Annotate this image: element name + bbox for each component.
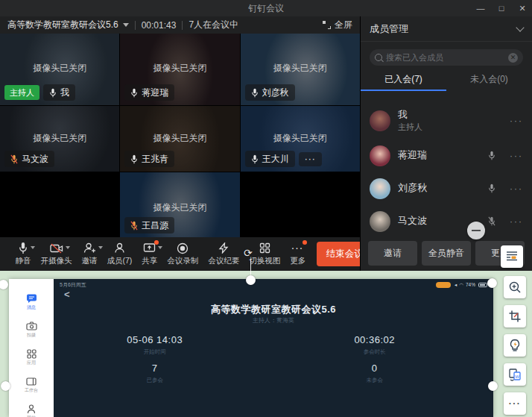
close-icon[interactable]: ✕ bbox=[517, 4, 528, 13]
camera-off-icon bbox=[50, 243, 63, 254]
stat-joined: 7 已参会 bbox=[146, 363, 163, 384]
selection-handle[interactable] bbox=[0, 280, 8, 289]
recording-pill-icon bbox=[436, 282, 451, 288]
member-search-box[interactable]: ✕ bbox=[370, 49, 523, 66]
participant-name-pill: 马文波 bbox=[4, 151, 54, 167]
share-screen-button[interactable]: 共享 bbox=[142, 242, 157, 266]
svg-text:W: W bbox=[515, 374, 519, 379]
mic-icon[interactable] bbox=[488, 151, 495, 160]
camera-icon bbox=[26, 322, 37, 330]
back-arrow[interactable]: < bbox=[64, 289, 70, 300]
workbench-icon bbox=[26, 377, 37, 386]
people-icon bbox=[113, 242, 126, 254]
beautify-tool-button[interactable] bbox=[504, 334, 526, 357]
extract-text-button[interactable] bbox=[501, 245, 523, 268]
captured-window: 消息 拍摄 应用 工作台 我的 5月6日周五 ◂ ◠ 74% bbox=[9, 279, 493, 417]
selection-handle[interactable] bbox=[1, 381, 10, 391]
meeting-toolbar: 静音 开摄像头 邀请 成员(7) 共享 会议录制 bbox=[0, 237, 360, 271]
member-more-icon[interactable]: ··· bbox=[510, 184, 523, 194]
sidebar-item-capture[interactable]: 拍摄 bbox=[25, 321, 37, 339]
convert-doc-button[interactable]: W bbox=[504, 363, 526, 386]
member-row[interactable]: 蒋迎瑞 ··· bbox=[361, 139, 532, 172]
camera-off-label: 摄像头已关闭 bbox=[241, 62, 360, 75]
mic-icon[interactable] bbox=[488, 184, 495, 193]
selection-handle[interactable] bbox=[488, 381, 498, 391]
chevron-down-icon[interactable] bbox=[516, 23, 524, 31]
fullscreen-label[interactable]: 全屏 bbox=[335, 19, 352, 31]
member-row[interactable]: 马文波 ··· bbox=[361, 205, 532, 234]
member-more-icon[interactable]: ··· bbox=[510, 151, 523, 161]
invite-members-button[interactable]: 邀请 bbox=[368, 241, 417, 266]
selection-handle[interactable] bbox=[487, 278, 497, 288]
zoom-tool-button[interactable] bbox=[504, 276, 526, 298]
camera-button[interactable]: 开摄像头 bbox=[41, 242, 72, 266]
caret-down-icon[interactable] bbox=[66, 246, 70, 249]
mic-icon bbox=[18, 242, 28, 254]
minimize-icon[interactable]: — bbox=[475, 4, 486, 13]
sidebar-item-messages[interactable]: 消息 bbox=[25, 293, 37, 311]
search-icon bbox=[375, 54, 382, 61]
empty-cell bbox=[0, 172, 119, 238]
app-title: 钉钉会议 bbox=[248, 2, 284, 15]
empty-cell bbox=[241, 172, 360, 238]
grid-view-icon bbox=[259, 242, 270, 254]
mic-muted-icon[interactable] bbox=[488, 216, 495, 226]
members-button[interactable]: 成员(7) bbox=[107, 242, 133, 266]
record-button[interactable]: 会议录制 bbox=[167, 242, 198, 266]
camera-off-label: 摄像头已关闭 bbox=[120, 132, 239, 145]
video-tile[interactable]: 摄像头已关闭 主持人 我 bbox=[0, 34, 119, 105]
collapse-bubble-button[interactable] bbox=[467, 222, 485, 239]
divider bbox=[182, 21, 183, 30]
video-tile[interactable]: 摄像头已关闭 马文波 bbox=[0, 106, 119, 172]
search-input[interactable] bbox=[386, 53, 504, 62]
tile-more-button[interactable]: ··· bbox=[299, 152, 322, 166]
sidebar-item-workbench[interactable]: 工作台 bbox=[25, 376, 38, 394]
member-more-icon[interactable]: ··· bbox=[510, 216, 523, 227]
stat-not-joined: 0 未参会 bbox=[366, 363, 383, 384]
meeting-info-bar: 高等数学教研室教研会议5.6 00:01:43 7人在会议中 全屏 bbox=[0, 16, 360, 34]
sidebar-item-apps[interactable]: 应用 bbox=[25, 348, 37, 366]
video-tile[interactable]: 摄像头已关闭 王昌源 bbox=[120, 172, 239, 238]
mic-icon bbox=[251, 88, 259, 98]
caret-down-icon[interactable] bbox=[98, 246, 103, 249]
clear-search-icon[interactable]: ✕ bbox=[508, 53, 518, 63]
member-more-icon[interactable]: ··· bbox=[510, 116, 523, 126]
fullscreen-icon[interactable] bbox=[323, 21, 331, 29]
mute-button[interactable]: 静音 bbox=[16, 242, 31, 266]
captured-sidebar: 消息 拍摄 应用 工作台 我的 bbox=[9, 279, 54, 417]
video-tile[interactable]: 摄像头已关闭 王兆青 bbox=[120, 106, 239, 172]
selection-guide-line bbox=[250, 259, 251, 277]
capture-more-button[interactable]: ··· bbox=[504, 392, 526, 415]
mic-icon bbox=[49, 88, 57, 98]
video-tile[interactable]: 摄像头已关闭 王大川 ··· bbox=[241, 106, 360, 172]
tab-not-joined[interactable]: 未入会(0) bbox=[446, 73, 532, 91]
caret-down-icon[interactable] bbox=[158, 246, 162, 249]
member-row[interactable]: 我主持人 ··· bbox=[361, 103, 532, 139]
camera-off-label: 摄像头已关闭 bbox=[120, 62, 239, 75]
member-list[interactable]: 我主持人 ··· 蒋迎瑞 ··· 刘彦秋 ··· 马文波 ··· bbox=[361, 103, 532, 233]
video-tile[interactable]: 摄像头已关闭 刘彦秋 bbox=[241, 34, 360, 105]
tab-joined[interactable]: 已入会(7) bbox=[361, 73, 446, 91]
caret-down-icon[interactable] bbox=[31, 246, 35, 249]
minutes-icon bbox=[218, 242, 229, 254]
member-panel: 成员管理 ✕ 已入会(7) 未入会(0) 我主持人 ··· 蒋迎瑞 ··· bbox=[360, 16, 532, 271]
sidebar-item-me[interactable]: 我的 bbox=[25, 404, 37, 417]
maximize-icon[interactable]: □ bbox=[496, 4, 507, 13]
avatar bbox=[370, 178, 390, 199]
screen-share-icon bbox=[143, 242, 156, 254]
selection-handle[interactable] bbox=[246, 275, 256, 285]
chevron-down-icon[interactable] bbox=[123, 23, 129, 27]
minutes-button[interactable]: 会议纪要 bbox=[208, 242, 239, 266]
divider bbox=[135, 21, 136, 30]
mute-all-button[interactable]: 全员静音 bbox=[422, 241, 471, 266]
crop-tool-button[interactable] bbox=[504, 305, 526, 327]
member-row[interactable]: 刘彦秋 ··· bbox=[361, 172, 532, 205]
status-date: 5月6日周五 bbox=[60, 281, 86, 289]
invite-button[interactable]: 邀请 bbox=[82, 242, 98, 266]
meeting-title[interactable]: 高等数学教研室教研会议5.6 bbox=[7, 19, 118, 31]
captured-host-subtitle: 主持人：黄海英 bbox=[54, 316, 493, 324]
camera-off-label: 摄像头已关闭 bbox=[241, 132, 360, 145]
captured-content: 5月6日周五 ◂ ◠ 74% < 高等数学教研室教研会议5.6 主持人：黄海英 … bbox=[54, 279, 493, 417]
video-tile[interactable]: 摄像头已关闭 蒋迎瑞 bbox=[120, 34, 239, 105]
more-button[interactable]: ··· 更多 bbox=[290, 242, 305, 266]
